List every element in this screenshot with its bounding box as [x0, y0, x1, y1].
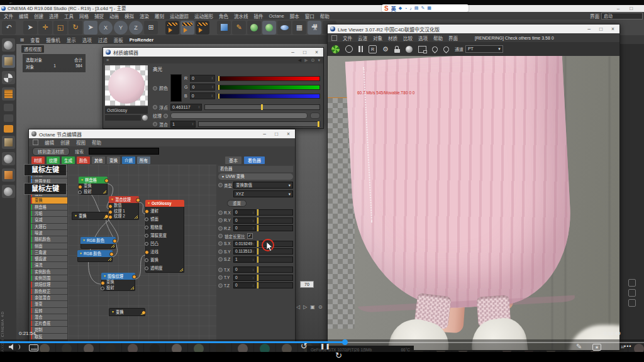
minimize-icon[interactable]: – — [587, 26, 591, 32]
node-type-item[interactable]: 实例颜色 — [31, 269, 67, 275]
resize-handle[interactable] — [104, 216, 107, 219]
live-viewer-menu-item[interactable]: 比较 — [403, 35, 413, 41]
input-port[interactable] — [145, 209, 149, 214]
close-icon[interactable]: × — [287, 131, 290, 137]
tx-field[interactable]: 0↕ — [233, 266, 256, 273]
volume-button[interactable] — [9, 344, 20, 350]
subtitle-button[interactable] — [29, 344, 38, 351]
next-material-icon[interactable]: ▶ — [304, 58, 308, 63]
minimize-icon[interactable]: – — [263, 131, 266, 137]
node-type-item[interactable]: 衰减 — [31, 217, 67, 222]
node-type-item[interactable]: 变换 — [31, 197, 67, 203]
material-preview[interactable] — [105, 65, 148, 106]
pick-object-pin-icon[interactable] — [442, 45, 450, 53]
texture-field[interactable] — [170, 112, 308, 119]
material-tool-4[interactable] — [2, 185, 15, 198]
menu-item[interactable]: 流水线 — [234, 13, 248, 19]
menu-item[interactable]: 窗口 — [305, 13, 314, 19]
node-type-item[interactable]: 钳制 — [31, 327, 67, 332]
node-type-item[interactable]: 锯齿波 — [31, 256, 67, 261]
node-type-item[interactable]: 污垢 — [31, 211, 67, 216]
mode-c-toggle[interactable] — [4, 104, 13, 111]
key-dot-icon[interactable] — [153, 86, 157, 90]
add-cube-button[interactable] — [217, 21, 231, 35]
input-port[interactable] — [145, 258, 148, 262]
node-editor-menu-item[interactable]: 视图 — [76, 139, 86, 146]
ty-field[interactable]: 0↕ — [233, 275, 256, 281]
skip-forward-button[interactable]: ↻ 30 — [335, 351, 644, 360]
burger-icon[interactable]: ≡ — [106, 58, 109, 62]
ime-tool-icon[interactable]: ▤ — [414, 6, 419, 11]
viewport-menu-item[interactable]: 选项 — [82, 36, 92, 43]
resize-handle[interactable] — [103, 190, 106, 194]
node-type-item[interactable]: 反转 — [31, 308, 67, 314]
category-chip[interactable]: 材质 — [31, 156, 45, 164]
texture-sphere-tool[interactable] — [2, 38, 15, 52]
node-checker[interactable]: ▼棋盘格 变换 投射 — [79, 177, 108, 195]
array-button[interactable]: ▦ — [292, 21, 306, 35]
viewport-menu-item[interactable]: 显示 — [67, 36, 76, 43]
node-mix-texture[interactable]: ▼混合纹理 数值 纹理 1 纹理 2 — [109, 196, 139, 220]
input-port[interactable] — [108, 215, 113, 219]
live-viewer-menu-item[interactable]: 云渲 — [358, 35, 367, 41]
ime-tool-icon[interactable]: ✎ — [421, 6, 425, 11]
resize-handle[interactable] — [108, 258, 111, 261]
category-chip[interactable]: 生成 — [62, 156, 75, 164]
node-type-item[interactable]: 正片叠底 — [31, 321, 67, 326]
key-dot-icon[interactable] — [153, 105, 157, 109]
menu-item[interactable]: 运动跟踪 — [170, 13, 189, 19]
menu-item[interactable]: 角色 — [219, 13, 228, 19]
node-type-item[interactable]: 渐变 — [31, 301, 67, 307]
category-chip[interactable]: 其他 — [92, 156, 105, 164]
live-viewer-menu-item[interactable]: 界面 — [448, 35, 458, 41]
resize-handle[interactable] — [111, 244, 114, 248]
material-editor-titlebar[interactable]: 材质编辑器 –□× — [103, 48, 323, 57]
viewport-view-label[interactable]: 透视视图 — [21, 45, 44, 53]
mix-value-field[interactable]: 1↕ — [170, 121, 196, 128]
menu-item[interactable]: 选择 — [49, 13, 58, 19]
transport-button[interactable]: ▣ — [310, 304, 315, 310]
sy-field[interactable]: 0.113513↕ — [233, 248, 256, 255]
output-port[interactable] — [113, 239, 117, 243]
lock-ratio-checkbox[interactable]: ✓ — [247, 233, 253, 239]
input-port[interactable] — [145, 250, 149, 255]
node-type-item[interactable]: 三角波 — [31, 250, 67, 255]
region-render-icon[interactable] — [418, 46, 426, 53]
node-transform-2[interactable]: ▼变换 — [109, 308, 145, 316]
viewport-menu-item[interactable]: 面板 — [114, 36, 123, 43]
z-axis-toggle[interactable]: Z — [129, 21, 143, 35]
pick-material-pin-icon[interactable] — [431, 45, 439, 53]
dock-icon-3[interactable] — [628, 299, 636, 307]
input-port[interactable] — [101, 287, 104, 290]
settings-gear-icon[interactable]: ⚙ — [382, 45, 389, 53]
node-type-item[interactable]: 实例范围 — [31, 275, 67, 281]
generator-button[interactable] — [262, 21, 276, 35]
ime-tool-icon[interactable]: ◆ — [399, 6, 402, 11]
tab-basic[interactable]: 基本 — [225, 156, 242, 164]
color-swatch[interactable] — [170, 74, 182, 102]
ime-tool-icon[interactable]: ♪ — [409, 6, 412, 11]
axis-dropdown[interactable]: XYZ▾ — [233, 190, 293, 197]
prorender-menu[interactable]: ProRender — [130, 37, 153, 43]
mode-l-toggle[interactable] — [4, 114, 13, 122]
material-name-field[interactable]: OctGlossy — [105, 107, 148, 114]
menu-item[interactable]: 模拟 — [125, 13, 134, 19]
tab-shader[interactable]: 着色器 — [244, 156, 265, 164]
resize-handle[interactable] — [135, 216, 138, 219]
node-editor-menu-item[interactable]: 帮助 — [92, 139, 101, 146]
menu-item[interactable]: 创建 — [34, 13, 43, 19]
menu-item[interactable]: 帮助 — [320, 13, 330, 19]
input-port[interactable] — [78, 190, 82, 194]
rz-slider[interactable] — [257, 225, 293, 231]
tx-slider[interactable] — [257, 266, 293, 273]
edit-button[interactable]: ✎ — [576, 343, 582, 351]
ry-slider[interactable] — [257, 217, 293, 224]
more-options-button[interactable]: ••• — [624, 343, 631, 349]
y-axis-toggle[interactable]: Y — [114, 21, 128, 35]
material-tool-2[interactable] — [2, 152, 15, 165]
maximize-icon[interactable]: □ — [275, 131, 278, 137]
category-chip[interactable]: 颜色 — [77, 156, 90, 164]
input-port[interactable] — [145, 266, 148, 270]
render-view-button[interactable] — [165, 21, 179, 35]
mix-slider[interactable] — [198, 121, 320, 127]
